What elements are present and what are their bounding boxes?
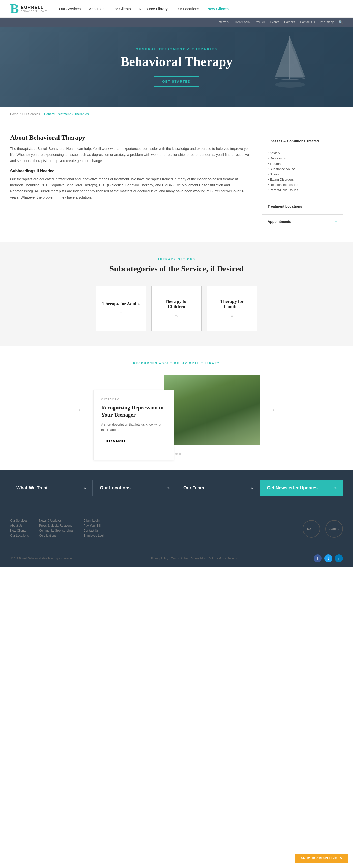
locations-card-header[interactable]: Treatment Locations + (263, 199, 343, 213)
footer-link-pay-bill[interactable]: Pay Your Bill (84, 524, 105, 527)
carousel-dot-3[interactable] (179, 453, 181, 455)
therapy-card-adults-arrow: » (120, 311, 122, 316)
illness-item: Substance Abuse (267, 166, 337, 172)
footer-link-news[interactable]: News & Updates (39, 519, 73, 522)
footer-link-community[interactable]: Community Sponsorships (39, 529, 73, 532)
svg-marker-1 (290, 42, 304, 79)
therapy-card-families-arrow: » (231, 313, 233, 319)
facebook-icon[interactable]: f (314, 554, 322, 562)
resource-category: Category (101, 398, 166, 402)
carf-badge: CARF (302, 520, 320, 538)
linkedin-icon[interactable]: in (335, 554, 343, 562)
appointments-card: Appointments + (262, 214, 343, 229)
get-started-button[interactable]: Get Started (154, 76, 200, 87)
footer-policy-links: Privacy Policy Terms of Use Accessibilit… (151, 557, 237, 560)
illnesses-toggle-icon: − (334, 138, 337, 144)
therapy-section: Therapy Options Subcategories of the Ser… (0, 242, 353, 346)
nav-resource-library[interactable]: Resource Library (139, 6, 168, 11)
breadcrumb-home[interactable]: Home (10, 112, 18, 116)
cta-what-we-treat-arrow: » (84, 486, 86, 490)
carousel-dot-2[interactable] (176, 453, 177, 455)
ccbhc-badge: CCBHC (325, 520, 343, 538)
resources-label: Resources About Behavioral Therapy (10, 362, 343, 365)
logo-name: BURRELL (21, 5, 49, 10)
carousel-next-arrow[interactable]: › (270, 404, 277, 416)
footer-content: Our Services About Us New Clients Our Lo… (10, 519, 343, 539)
cta-strip: What We Treat » Our Locations » Our Team… (0, 470, 353, 506)
privacy-policy-link[interactable]: Privacy Policy (151, 557, 168, 560)
footer-col-2: News & Updates Press & Media Relations C… (39, 519, 73, 539)
breadcrumb-current: General Treatment & Therapies (44, 112, 89, 116)
cta-our-locations-arrow: » (168, 486, 170, 490)
appointments-title: Appointments (267, 220, 291, 224)
cta-our-locations[interactable]: Our Locations » (93, 480, 176, 496)
footer-link-employee[interactable]: Employee Login (84, 534, 105, 537)
footer-link-about-us[interactable]: About Us (10, 524, 29, 527)
illnesses-card: Illnesses & Conditions Treated − Anxiety… (262, 134, 343, 198)
main-content: About Behavioral Therapy The therapists … (0, 121, 353, 242)
nav-our-locations[interactable]: Our Locations (176, 6, 199, 11)
nav-pay-bill[interactable]: Pay Bill (255, 21, 265, 24)
footer-badges: CARF CCBHC (302, 519, 343, 539)
nav-new-clients[interactable]: New Clients (207, 6, 229, 11)
breadcrumb-services[interactable]: Our Services (23, 112, 40, 116)
footer-link-our-services[interactable]: Our Services (10, 519, 29, 522)
cta-our-team-arrow: » (251, 486, 253, 490)
nav-about-us[interactable]: About Us (89, 6, 105, 11)
twitter-icon[interactable]: t (324, 554, 332, 562)
nav-referrals[interactable]: Referrals (216, 21, 229, 24)
therapy-cards: Therapy for Adults » Therapy for Childre… (10, 286, 343, 331)
nav-pharmacy[interactable]: Pharmacy (320, 21, 333, 24)
therapy-card-children-title: Therapy for Children (156, 299, 197, 309)
built-by-link[interactable]: Built by Mostly Serious (209, 557, 237, 560)
cta-our-locations-label: Our Locations (100, 485, 130, 491)
subheading: Subheadings if Needed (10, 169, 252, 173)
appointments-card-header[interactable]: Appointments + (263, 215, 343, 228)
nav-client-login[interactable]: Client Login (234, 21, 249, 24)
read-more-button[interactable]: Read More (101, 438, 131, 445)
resources-carousel: ‹ Category Recognizing Depression in You… (10, 375, 343, 445)
cta-what-we-treat[interactable]: What We Treat » (10, 480, 92, 496)
illness-item: Relationship Issues (267, 182, 337, 187)
nav-events[interactable]: Events (270, 21, 279, 24)
accessibility-link[interactable]: Accessibility (190, 557, 206, 560)
resources-section: Resources About Behavioral Therapy ‹ Cat… (0, 346, 353, 470)
footer-link-client-login[interactable]: Client Login (84, 519, 105, 522)
nav-our-services[interactable]: Our Services (59, 6, 81, 11)
cta-newsletter[interactable]: Get Newsletter Updates » (261, 480, 343, 496)
therapy-card-families[interactable]: Therapy for Families » (207, 286, 257, 331)
illness-item: Depression (267, 156, 337, 161)
therapy-card-adults[interactable]: Therapy for Adults » (96, 286, 146, 331)
footer-link-new-clients[interactable]: New Clients (10, 529, 29, 532)
footer-link-certifications[interactable]: Certifications (39, 534, 73, 537)
about-title: About Behavioral Therapy (10, 134, 252, 141)
footer-link-our-locations[interactable]: Our Locations (10, 534, 29, 537)
carousel-prev-arrow[interactable]: ‹ (76, 404, 83, 416)
cta-newsletter-label: Get Newsletter Updates (267, 485, 318, 491)
carousel-dots (10, 453, 343, 455)
resource-image (164, 375, 260, 445)
cta-our-team[interactable]: Our Team » (177, 480, 260, 496)
hero-subtitle: General Treatment & Therapies (136, 48, 217, 51)
logo[interactable]: B BURRELL BEHAVIORAL HEALTH (10, 2, 49, 16)
illnesses-card-header[interactable]: Illnesses & Conditions Treated − (263, 134, 343, 148)
logo-letter: B (10, 2, 19, 16)
resource-card: Category Recognizing Depression in Your … (93, 390, 174, 460)
social-icons: f t in (314, 554, 343, 562)
search-icon[interactable]: 🔍 (339, 20, 343, 24)
main-nav: Our Services About Us For Clients Resour… (59, 6, 343, 11)
locations-toggle-icon: + (334, 203, 337, 209)
illnesses-list: Anxiety Depression Trauma Substance Abus… (263, 148, 343, 198)
therapy-card-children[interactable]: Therapy for Children » (151, 286, 202, 331)
terms-link[interactable]: Terms of Use (171, 557, 187, 560)
footer-link-press[interactable]: Press & Media Relations (39, 524, 73, 527)
therapy-card-adults-title: Therapy for Adults (102, 301, 140, 307)
therapy-section-label: Therapy Options (10, 257, 343, 260)
footer-link-contact[interactable]: Contact Us (84, 529, 105, 532)
nav-contact-us[interactable]: Contact Us (300, 21, 315, 24)
footer: Our Services About Us New Clients Our Lo… (0, 506, 353, 567)
nav-for-clients[interactable]: For Clients (113, 6, 131, 11)
about-paragraph-2: Our therapists are educated in tradition… (10, 176, 252, 200)
sailboat-decoration (265, 32, 315, 93)
nav-careers[interactable]: Careers (284, 21, 295, 24)
